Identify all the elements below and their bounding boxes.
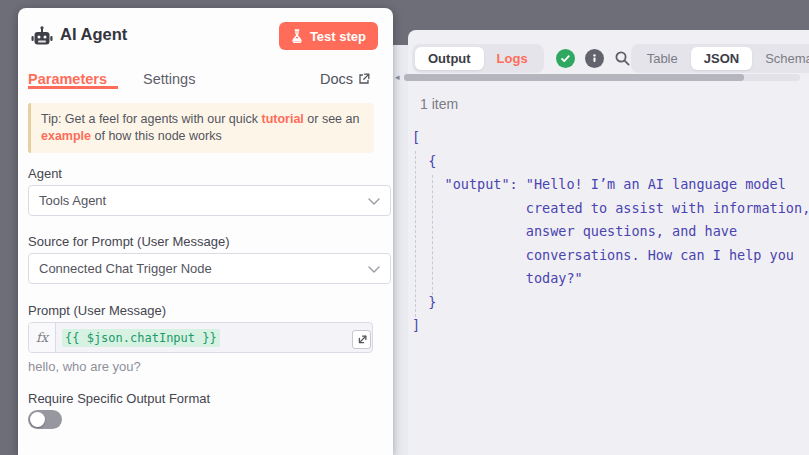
active-tab-underline <box>28 86 118 89</box>
chevron-down-icon <box>368 261 380 276</box>
source-select-value: Connected Chat Trigger Node <box>39 261 212 276</box>
agent-label: Agent <box>28 166 62 181</box>
panel-gap <box>393 45 408 455</box>
json-line: } <box>412 291 809 315</box>
tab-output[interactable]: Output <box>415 47 484 70</box>
test-step-label: Test step <box>310 29 366 44</box>
info-icon[interactable] <box>585 49 604 68</box>
node-settings-panel: AI Agent Test step Parameters Settings D… <box>18 8 393 455</box>
scrollbar-left-arrow[interactable]: ◂ <box>395 72 400 82</box>
horizontal-scrollbar-thumb[interactable] <box>404 74 744 81</box>
tab-logs[interactable]: Logs <box>484 47 541 70</box>
json-line: created to assist with information, <box>412 197 809 221</box>
test-step-button[interactable]: Test step <box>279 22 378 50</box>
docs-link[interactable]: Docs <box>320 71 370 87</box>
json-line: ] <box>412 314 809 338</box>
example-link[interactable]: example <box>41 129 91 143</box>
docs-label: Docs <box>320 71 353 87</box>
output-panel: Output Logs Table JSON Schema 1 item <box>408 30 809 455</box>
settings-tabs: Parameters Settings Docs <box>28 64 370 94</box>
node-title: AI Agent <box>60 25 127 44</box>
fx-badge[interactable]: fx <box>29 323 56 352</box>
tip-text: of how this node works <box>91 129 222 143</box>
chevron-down-icon <box>368 193 380 208</box>
prompt-label: Prompt (User Message) <box>28 303 166 318</box>
tab-json[interactable]: JSON <box>691 47 752 70</box>
external-link-icon <box>358 73 370 85</box>
json-line: conversations. How can I help you <box>412 244 809 268</box>
tip-text: Tip: Get a feel for agents with our quic… <box>41 112 261 126</box>
expression-chip: {{ $json.chatInput }} <box>62 329 220 347</box>
view-tab-group: Output Logs <box>412 44 544 73</box>
json-line: today?" <box>412 267 809 291</box>
agent-select-value: Tools Agent <box>39 193 106 208</box>
prompt-preview-text: hello, who are you? <box>28 359 141 374</box>
source-select[interactable]: Connected Chat Trigger Node <box>28 253 391 284</box>
success-check-icon[interactable] <box>556 49 575 68</box>
flask-icon <box>291 29 303 43</box>
prompt-expression-field: fx {{ $json.chatInput }} <box>28 322 373 353</box>
json-line: answer questions, and have <box>412 220 809 244</box>
json-code: [ { "output": "Hello! I’m an AI language… <box>412 126 809 338</box>
tip-banner: Tip: Get a feel for agents with our quic… <box>28 103 374 153</box>
json-line: "output": "Hello! I’m an AI language mod… <box>412 173 809 197</box>
json-line: [ <box>412 126 809 150</box>
tab-settings[interactable]: Settings <box>143 71 195 87</box>
search-icon[interactable] <box>614 50 631 67</box>
output-format-label: Require Specific Output Format <box>28 391 210 406</box>
output-panel-header: Output Logs Table JSON Schema <box>412 43 801 73</box>
agent-select[interactable]: Tools Agent <box>28 185 391 216</box>
tutorial-link[interactable]: tutorial <box>261 112 303 126</box>
tab-schema[interactable]: Schema <box>752 47 809 70</box>
output-status-icons <box>556 49 631 68</box>
robot-icon <box>30 26 54 52</box>
tab-parameters[interactable]: Parameters <box>28 71 107 87</box>
source-label: Source for Prompt (User Message) <box>28 234 230 249</box>
ndv-stage: Output Logs Table JSON Schema 1 item <box>0 0 809 455</box>
items-count: 1 item <box>420 96 458 112</box>
output-format-toggle[interactable] <box>28 410 62 429</box>
tab-table[interactable]: Table <box>634 47 691 70</box>
toggle-knob <box>30 412 45 427</box>
format-tab-group: Table JSON Schema <box>631 44 809 73</box>
expand-expression-icon[interactable] <box>352 330 371 349</box>
tip-text: or see an <box>304 112 360 126</box>
prompt-expression-input[interactable]: {{ $json.chatInput }} <box>56 323 372 352</box>
json-line: { <box>412 150 809 174</box>
